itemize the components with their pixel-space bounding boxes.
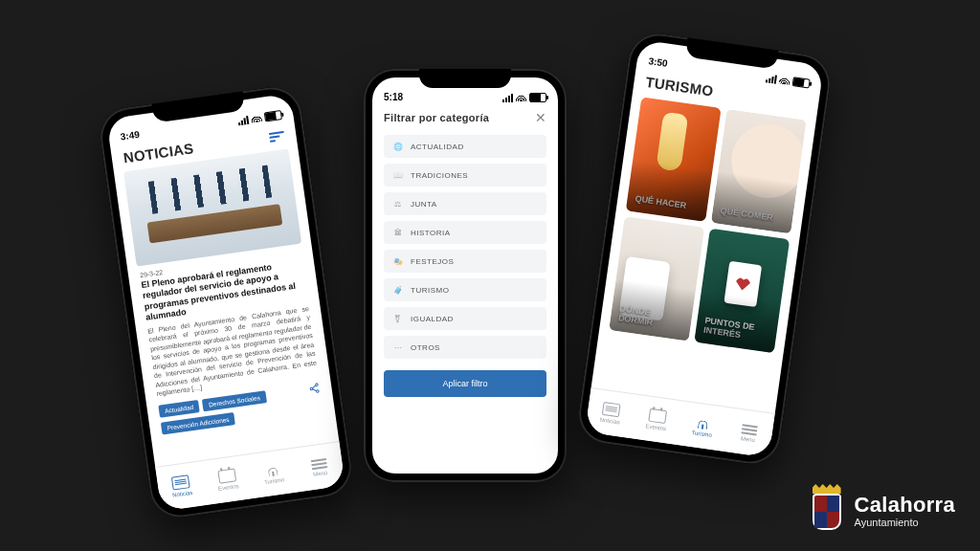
balance-icon: ⚧ [393, 314, 403, 323]
gavel-icon: ⚖ [393, 199, 403, 209]
battery-icon [792, 77, 811, 88]
menu-icon [310, 456, 327, 470]
card-que-comer[interactable]: QUÉ COMER [711, 109, 807, 234]
tourism-icon [695, 415, 712, 430]
card-donde-dormir[interactable]: DÓNDE DORMIR [609, 216, 704, 342]
share-icon[interactable] [308, 382, 322, 398]
page-title: TURISMO [645, 74, 715, 99]
bank-icon: 🏛 [393, 228, 403, 237]
tab-noticias[interactable]: Noticias [585, 388, 636, 438]
menu-icon [741, 422, 758, 435]
dots-icon: ⋯ [393, 342, 403, 352]
book-icon: 📖 [393, 170, 403, 180]
calendar-icon [217, 468, 236, 483]
category-historia[interactable]: 🏛HISTORIA [384, 221, 546, 244]
category-otros[interactable]: ⋯OTROS [384, 336, 546, 359]
category-festejos[interactable]: 🎭FESTEJOS [384, 250, 546, 273]
clock: 3:49 [120, 129, 140, 143]
tab-menu[interactable]: Menú [723, 408, 774, 457]
battery-icon [529, 93, 546, 102]
phone-turismo: 3:50 TURISMO QUÉ HACER QUÉ COMER DÓNDE D… [575, 30, 834, 467]
svg-point-2 [316, 389, 319, 392]
turismo-grid: QUÉ HACER QUÉ COMER DÓNDE DORMIR PUNTOS … [599, 94, 816, 355]
card-que-hacer[interactable]: QUÉ HACER [626, 97, 722, 222]
brand-city: Calahorra [855, 495, 955, 516]
screen: 3:50 TURISMO QUÉ HACER QUÉ COMER DÓNDE D… [585, 40, 824, 458]
calendar-icon [648, 408, 667, 424]
shield-icon [811, 492, 843, 530]
wifi-icon [779, 76, 791, 84]
card-puntos-interes[interactable]: PUNTOS DE INTERÉS [694, 229, 790, 354]
heart-icon [734, 276, 751, 292]
tab-eventos[interactable]: Eventos [201, 454, 253, 504]
clock: 3:50 [648, 55, 668, 69]
modal-title: Filtrar por categoría [384, 112, 489, 123]
tourism-icon [264, 462, 281, 477]
notch [419, 69, 511, 88]
screen: 3:49 NOTICIAS 29-3-22 El Pleno aprobará … [106, 94, 345, 512]
signal-icon [237, 115, 249, 124]
category-junta[interactable]: ⚖JUNTA [384, 192, 546, 215]
phone-noticias: 3:49 NOTICIAS 29-3-22 El Pleno aprobará … [97, 83, 355, 520]
suitcase-icon: 🧳 [393, 285, 403, 295]
phone-filter: 5:18 Filtrar por categoría ✕ 🌐ACTUALIDAD… [364, 69, 567, 482]
apply-filter-button[interactable]: Aplicar filtro [384, 370, 546, 397]
filter-icon[interactable] [269, 130, 285, 142]
wifi-icon [516, 94, 526, 101]
screen: 5:18 Filtrar por categoría ✕ 🌐ACTUALIDAD… [372, 77, 558, 474]
tab-menu[interactable]: Menú [293, 442, 345, 492]
battery-icon [264, 110, 282, 121]
brand-sub: Ayuntamiento [855, 518, 955, 528]
tab-noticias[interactable]: Noticias [155, 461, 207, 511]
category-igualdad[interactable]: ⚧IGUALDAD [384, 307, 546, 330]
globe-icon: 🌐 [393, 142, 403, 151]
category-tradiciones[interactable]: 📖TRADICIONES [384, 164, 546, 187]
wifi-icon [251, 114, 262, 122]
close-icon[interactable]: ✕ [535, 110, 546, 125]
clock: 5:18 [384, 92, 403, 102]
category-turismo[interactable]: 🧳TURISMO [384, 278, 546, 301]
tab-turismo[interactable]: Turismo [677, 401, 728, 451]
brand-logo: Calahorra Ayuntamiento [811, 492, 955, 530]
page-title: NOTICIAS [122, 140, 195, 165]
news-icon [171, 474, 190, 490]
signal-icon [766, 74, 777, 83]
tab-turismo[interactable]: Turismo [247, 449, 299, 498]
tab-eventos[interactable]: Eventos [631, 395, 682, 445]
news-icon [602, 402, 621, 417]
category-actualidad[interactable]: 🌐ACTUALIDAD [384, 135, 546, 158]
home-indicator[interactable] [432, 475, 499, 478]
signal-icon [502, 94, 513, 102]
mask-icon: 🎭 [393, 256, 403, 266]
category-list: 🌐ACTUALIDAD 📖TRADICIONES ⚖JUNTA 🏛HISTORI… [372, 131, 558, 359]
